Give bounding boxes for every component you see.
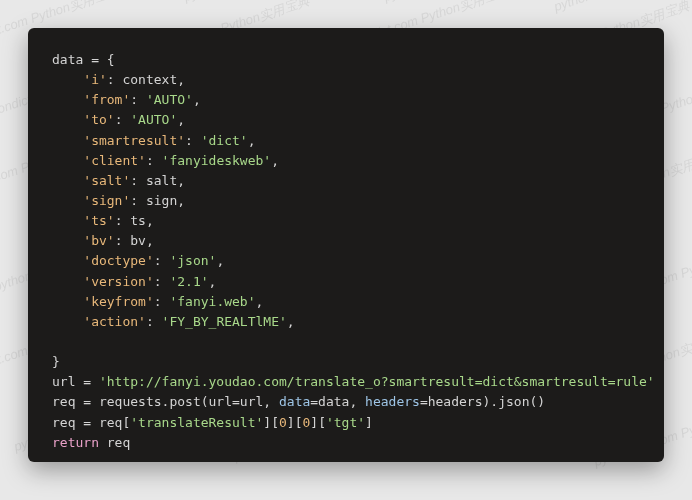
code-content: data = { 'i': context, 'from': 'AUTO', '… bbox=[52, 50, 640, 453]
watermark-text: pythondict.com Python实用宝典 bbox=[382, 0, 562, 6]
code-line: } bbox=[52, 354, 60, 369]
watermark-text: pythondict.com Python实用宝典 bbox=[552, 0, 692, 16]
watermark-text: pythondict.com Python实用宝典 bbox=[0, 0, 162, 6]
code-line: req = requests.post(url bbox=[52, 394, 232, 409]
code-line: url = bbox=[52, 374, 99, 389]
watermark-text: pythondict.com Python实用宝典 bbox=[182, 0, 362, 6]
code-line: data = { bbox=[52, 52, 115, 67]
code-line: req = req[ bbox=[52, 415, 130, 430]
return-keyword: return bbox=[52, 435, 99, 450]
url-string: 'http://fanyi.youdao.com/translate_o?sma… bbox=[99, 374, 655, 389]
code-block: data = { 'i': context, 'from': 'AUTO', '… bbox=[28, 28, 664, 462]
